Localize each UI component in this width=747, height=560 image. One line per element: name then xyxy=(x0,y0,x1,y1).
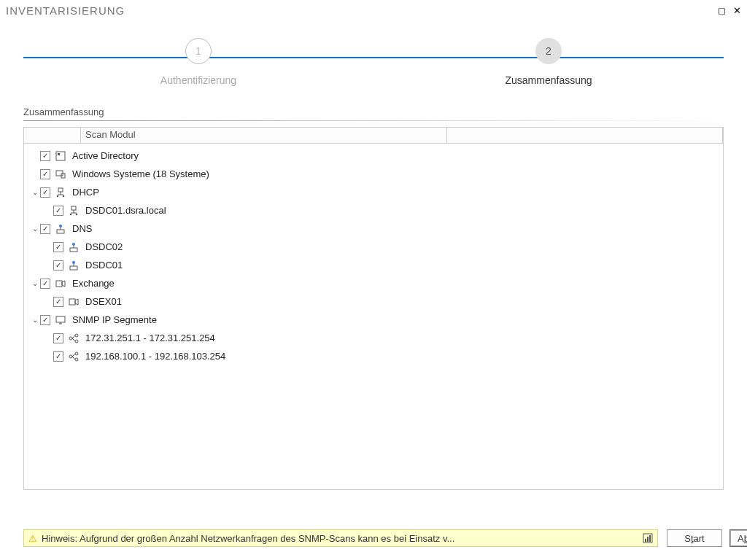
checkbox[interactable]: ✓ xyxy=(40,151,50,161)
tree-label: DNS xyxy=(72,223,92,234)
svg-point-33 xyxy=(69,355,72,358)
svg-rect-15 xyxy=(57,230,64,233)
svg-rect-4 xyxy=(58,188,63,192)
hint-banner[interactable]: ⚠ Hinweis: Aufgrund der großen Anzahl Ne… xyxy=(23,529,658,547)
monitor-icon xyxy=(55,314,66,326)
summary-grid: Scan Modul ⌄ ✓ Active Directory ⌄ ✓ Wind… xyxy=(23,127,724,490)
button-label: Abbrechen xyxy=(738,533,747,544)
dns-icon xyxy=(68,260,80,271)
svg-rect-18 xyxy=(70,248,77,252)
tree-row-dns-child[interactable]: ⌄ ✓ DSDC01 xyxy=(24,256,723,274)
tree-label: DSDC01 xyxy=(85,260,123,271)
wizard-step-1[interactable]: 1 Authentifizierung xyxy=(125,38,271,86)
start-button[interactable]: Start xyxy=(667,529,722,547)
window-controls: ◻ ✕ xyxy=(718,5,741,16)
wizard-steps: 1 Authentifizierung 2 Zusammenfassung xyxy=(23,38,724,89)
svg-rect-0 xyxy=(56,152,65,160)
svg-rect-23 xyxy=(56,281,62,287)
tree-row-dns[interactable]: ⌄ ✓ DNS xyxy=(24,219,723,238)
svg-point-14 xyxy=(59,225,62,228)
svg-rect-39 xyxy=(645,539,646,542)
tree-row-windows[interactable]: ⌄ ✓ Windows Systeme (18 Systeme) xyxy=(24,165,723,183)
svg-point-13 xyxy=(76,213,78,215)
checkbox[interactable]: ✓ xyxy=(53,333,63,343)
tree-label: DSDC01.dsra.local xyxy=(85,205,166,216)
svg-line-32 xyxy=(72,338,75,341)
tree-row-dhcp[interactable]: ⌄ ✓ DHCP xyxy=(24,183,723,201)
chevron-down-icon[interactable]: ⌄ xyxy=(30,316,40,324)
checkbox[interactable]: ✓ xyxy=(40,279,50,289)
grid-header-blank[interactable] xyxy=(24,128,81,143)
svg-line-36 xyxy=(72,354,75,357)
tree-row-dhcp-child[interactable]: ⌄ ✓ DSDC01.dsra.local xyxy=(24,201,723,219)
svg-rect-25 xyxy=(56,316,65,322)
tree-row-snmp-child[interactable]: ⌄ ✓ 192.168.100.1 - 192.168.103.254 xyxy=(24,347,723,365)
checkbox[interactable]: ✓ xyxy=(40,315,50,325)
network-icon xyxy=(68,351,80,362)
wizard-step-2[interactable]: 2 Zusammenfassung xyxy=(476,38,622,86)
svg-line-37 xyxy=(72,357,75,359)
dns-icon xyxy=(68,241,80,253)
tree-label: DHCP xyxy=(72,187,99,198)
svg-rect-24 xyxy=(69,299,75,305)
section-title: Zusammenfassung xyxy=(23,106,724,117)
tree-label: 172.31.251.1 - 172.31.251.254 xyxy=(85,332,215,343)
wizard-step-1-label: Authentifizierung xyxy=(160,74,236,86)
checkbox[interactable]: ✓ xyxy=(53,260,63,271)
network-icon xyxy=(68,332,80,344)
chart-icon[interactable] xyxy=(643,533,653,543)
grid-header-spacer[interactable] xyxy=(447,128,723,143)
svg-point-20 xyxy=(72,261,75,264)
tree-row-exchange-child[interactable]: ⌄ ✓ DSEX01 xyxy=(24,292,723,311)
tree-row-snmp[interactable]: ⌄ ✓ SNMP IP Segmente xyxy=(24,311,723,329)
chevron-down-icon[interactable]: ⌄ xyxy=(30,188,40,196)
svg-point-12 xyxy=(70,213,72,215)
svg-rect-9 xyxy=(71,206,76,210)
checkbox[interactable]: ✓ xyxy=(53,351,63,362)
tree-label: SNMP IP Segmente xyxy=(72,314,157,325)
chevron-down-icon[interactable]: ⌄ xyxy=(30,225,40,233)
exchange-icon xyxy=(68,296,80,308)
grid-header: Scan Modul xyxy=(24,128,723,144)
checkbox[interactable]: ✓ xyxy=(53,242,63,252)
chevron-down-icon[interactable]: ⌄ xyxy=(30,279,40,287)
tree-row-active-directory[interactable]: ⌄ ✓ Active Directory xyxy=(24,147,723,165)
footer: ⚠ Hinweis: Aufgrund der großen Anzahl Ne… xyxy=(23,529,734,547)
dhcp-icon xyxy=(55,187,66,198)
tree-label: DSEX01 xyxy=(85,296,122,307)
warning-icon: ⚠ xyxy=(28,533,37,544)
tree-row-dns-child[interactable]: ⌄ ✓ DSDC02 xyxy=(24,238,723,256)
svg-rect-40 xyxy=(647,537,649,542)
wizard-step-2-label: Zusammenfassung xyxy=(505,74,592,86)
dns-icon xyxy=(55,223,66,235)
tree-label: Exchange xyxy=(72,278,115,289)
window-title: INVENTARISIERUNG xyxy=(6,4,125,17)
tree-label: Windows Systeme (18 Systeme) xyxy=(72,168,209,179)
svg-point-34 xyxy=(75,352,78,355)
wizard-step-1-circle: 1 xyxy=(185,38,212,64)
windows-icon xyxy=(55,168,66,180)
tree-row-snmp-child[interactable]: ⌄ ✓ 172.31.251.1 - 172.31.251.254 xyxy=(24,329,723,347)
svg-point-28 xyxy=(69,337,72,340)
close-icon[interactable]: ✕ xyxy=(733,5,741,16)
tree-label: DSDC02 xyxy=(85,241,123,252)
svg-point-29 xyxy=(75,334,78,337)
checkbox[interactable]: ✓ xyxy=(53,297,63,307)
svg-point-35 xyxy=(75,358,78,361)
tree-label: 192.168.100.1 - 192.168.103.254 xyxy=(85,351,225,362)
maximize-icon[interactable]: ◻ xyxy=(718,5,726,16)
checkbox[interactable]: ✓ xyxy=(53,206,63,216)
directory-icon xyxy=(55,150,66,162)
cancel-button[interactable]: Abbrechen xyxy=(729,529,747,547)
svg-point-17 xyxy=(72,243,75,246)
button-label: Start xyxy=(684,533,704,544)
svg-line-31 xyxy=(72,335,75,338)
svg-rect-1 xyxy=(58,153,60,155)
checkbox[interactable]: ✓ xyxy=(40,169,50,179)
checkbox[interactable]: ✓ xyxy=(40,224,50,234)
checkbox[interactable]: ✓ xyxy=(40,187,50,198)
section-underline xyxy=(23,120,724,121)
grid-header-scanmodul[interactable]: Scan Modul xyxy=(81,128,447,143)
tree-row-exchange[interactable]: ⌄ ✓ Exchange xyxy=(24,274,723,292)
title-bar: INVENTARISIERUNG ◻ ✕ xyxy=(0,0,747,20)
